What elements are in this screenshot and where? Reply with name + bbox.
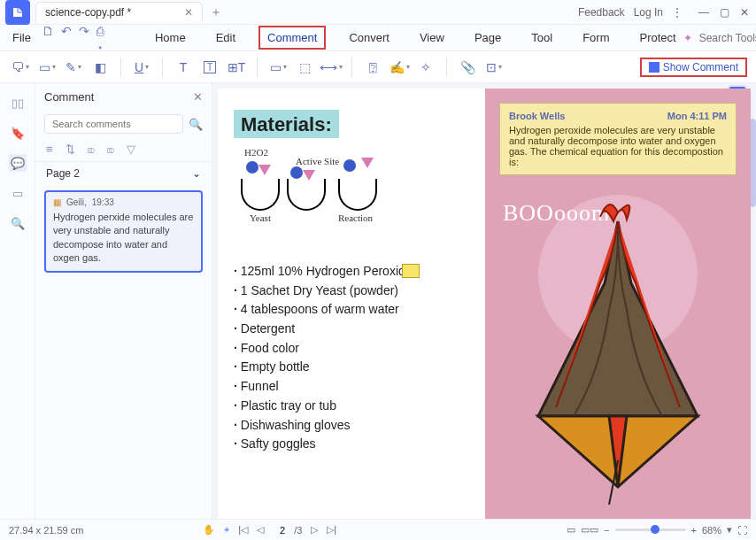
more-tool[interactable]: ⊡ bbox=[482, 56, 505, 79]
page-total: /3 bbox=[294, 525, 302, 536]
ai-icon[interactable]: ✦ bbox=[683, 32, 692, 44]
note-tool[interactable]: 🗨 bbox=[9, 56, 32, 79]
sort-icon[interactable]: ⇅ bbox=[66, 143, 75, 156]
minimize-icon[interactable]: — bbox=[698, 6, 709, 19]
underline-tool[interactable]: U bbox=[130, 56, 153, 79]
undo-icon[interactable]: ↶ bbox=[61, 24, 72, 52]
sticky-note-marker[interactable] bbox=[402, 264, 420, 278]
h2o2-label: H2O2 bbox=[244, 147, 268, 158]
select-tool-icon[interactable]: ⌖ bbox=[224, 524, 229, 536]
next-page-icon[interactable]: ▷ bbox=[311, 524, 318, 536]
show-comment-toggle[interactable]: Show Comment bbox=[640, 58, 747, 77]
first-page-icon[interactable]: |◁ bbox=[238, 524, 248, 536]
document-viewport[interactable]: W Materials: H2O2 Yeast Active Site bbox=[212, 83, 756, 519]
status-bar: 27.94 x 21.59 cm ✋ ⌖ |◁ ◁ /3 ▷ ▷| ▭ ▭▭ −… bbox=[0, 519, 756, 540]
fullscreen-icon[interactable]: ⛶ bbox=[737, 525, 747, 536]
chevron-down-icon[interactable]: ▾ bbox=[727, 524, 732, 536]
zoom-in-icon[interactable]: + bbox=[691, 525, 697, 536]
sticky-text: Hydrogen peroxide molecules are very uns… bbox=[509, 125, 727, 167]
hand-tool-icon[interactable]: ✋ bbox=[203, 524, 215, 536]
bookmark-icon[interactable]: 🔖 bbox=[9, 124, 27, 142]
reaction-diagram: H2O2 Yeast Active Site Reaction bbox=[234, 150, 469, 230]
maximize-icon[interactable]: ▢ bbox=[720, 6, 729, 19]
close-window-icon[interactable]: ✕ bbox=[740, 6, 749, 19]
view-mode-1-icon[interactable]: ▭ bbox=[567, 524, 575, 536]
zoom-level[interactable]: 68% bbox=[702, 525, 721, 536]
shape-tool[interactable]: ▭ bbox=[266, 56, 289, 79]
funnel-icon[interactable]: ▽ bbox=[127, 143, 135, 156]
eraser-tool[interactable]: ◧ bbox=[89, 56, 112, 79]
text-tool[interactable]: T bbox=[172, 56, 195, 79]
tab-view[interactable]: View bbox=[413, 27, 451, 48]
text-box-tool[interactable]: ⊞T bbox=[225, 56, 248, 79]
filter2-icon[interactable]: ⎄ bbox=[107, 143, 114, 156]
thumbnails-icon[interactable]: ▯▯ bbox=[9, 94, 27, 112]
close-tab-icon[interactable]: ✕ bbox=[184, 6, 193, 19]
file-menu[interactable]: File bbox=[5, 27, 38, 48]
text-callout-tool[interactable]: 🅃 bbox=[198, 56, 221, 79]
material-item: Empty bottle bbox=[234, 358, 469, 377]
page-group-header[interactable]: Page 2 ⌄ bbox=[35, 161, 212, 185]
custom-stamp-tool[interactable]: ✧ bbox=[414, 56, 437, 79]
comment-panel-icon[interactable]: 💬 bbox=[9, 154, 27, 172]
tab-comment[interactable]: Comment bbox=[258, 26, 326, 50]
circle-icon bbox=[246, 161, 258, 174]
search-panel-icon[interactable]: 🔍 bbox=[9, 214, 27, 232]
tab-convert[interactable]: Convert bbox=[342, 27, 397, 48]
filter1-icon[interactable]: ⎄ bbox=[88, 143, 95, 156]
view-mode-2-icon[interactable]: ▭▭ bbox=[581, 524, 598, 536]
redo-icon[interactable]: ↷ bbox=[79, 24, 89, 52]
comment-item[interactable]: ▦ Geili, 19:33 Hydrogen perxide molecule… bbox=[44, 190, 203, 273]
material-item: Detergent bbox=[234, 320, 469, 339]
material-item: Dishwashing gloves bbox=[234, 416, 469, 436]
save-icon[interactable]: 🗋 bbox=[42, 24, 54, 52]
comment-time: 19:33 bbox=[92, 197, 114, 207]
close-panel-icon[interactable]: ✕ bbox=[193, 90, 203, 104]
signature-tool[interactable]: ✍ bbox=[388, 56, 411, 79]
expand-icon[interactable]: ≡ bbox=[46, 143, 53, 156]
attachment-panel-icon[interactable]: ▭ bbox=[9, 184, 27, 202]
kebab-icon[interactable]: ⋮ bbox=[672, 6, 683, 19]
menu-bar: File 🗋 ↶ ↷ ⎙ ▾ Home Edit Comment Convert… bbox=[0, 25, 756, 51]
callout-tool[interactable]: ⬚ bbox=[293, 56, 316, 79]
title-bar: science-copy.pdf * ✕ ＋ Feedback Log In ⋮… bbox=[0, 0, 756, 25]
comment-panel-title: Comment bbox=[44, 90, 94, 104]
pencil-tool[interactable]: ✎ bbox=[62, 56, 85, 79]
new-tab-button[interactable]: ＋ bbox=[210, 4, 222, 20]
tab-title: science-copy.pdf * bbox=[45, 6, 131, 19]
print-icon[interactable]: ⎙ ▾ bbox=[96, 24, 104, 52]
yeast-cup-icon bbox=[241, 179, 280, 211]
stamp-tool[interactable]: ⍰ bbox=[361, 56, 384, 79]
page-number-input[interactable] bbox=[273, 525, 285, 536]
comment-author: Geili, bbox=[66, 197, 87, 207]
search-icon[interactable]: 🔍 bbox=[189, 118, 203, 131]
zoom-thumb[interactable] bbox=[651, 525, 660, 534]
tab-page[interactable]: Page bbox=[467, 27, 508, 48]
prev-page-icon[interactable]: ◁ bbox=[257, 524, 264, 536]
feedback-link[interactable]: Feedback bbox=[578, 6, 625, 19]
login-link[interactable]: Log In bbox=[634, 6, 663, 19]
attachment-tool[interactable]: 📎 bbox=[456, 56, 479, 79]
tab-edit[interactable]: Edit bbox=[209, 27, 243, 48]
show-comment-label: Show Comment bbox=[663, 61, 738, 73]
search-comments-input[interactable] bbox=[44, 114, 183, 134]
page-left-column: Materials: H2O2 Yeast Active Site bbox=[218, 89, 485, 519]
page-label: Page 2 bbox=[46, 167, 80, 180]
sticky-note-popup[interactable]: Brook Wells Mon 4:11 PM Hydrogen peroxid… bbox=[499, 103, 737, 175]
highlight-tool[interactable]: ▭ bbox=[35, 56, 58, 79]
ribbon-tabs: Home Edit Comment Convert View Page Tool… bbox=[148, 26, 683, 50]
tab-tool[interactable]: Tool bbox=[524, 27, 559, 48]
chevron-down-icon: ⌄ bbox=[192, 167, 201, 180]
comment-panel: Comment ✕ 🔍 ≡ ⇅ ⎄ ⎄ ▽ Page 2 ⌄ ▦ bbox=[35, 83, 212, 519]
zoom-out-icon[interactable]: − bbox=[604, 525, 609, 536]
tab-home[interactable]: Home bbox=[148, 27, 193, 48]
document-tab[interactable]: science-copy.pdf * ✕ bbox=[35, 2, 203, 22]
last-page-icon[interactable]: ▷| bbox=[327, 524, 336, 536]
activesite-label: Active Site bbox=[296, 156, 339, 166]
tab-protect[interactable]: Protect bbox=[632, 27, 683, 48]
search-tools-input[interactable] bbox=[699, 32, 756, 44]
tab-form[interactable]: Form bbox=[575, 27, 616, 48]
left-sidebar: ▯▯ 🔖 💬 ▭ 🔍 bbox=[0, 83, 35, 519]
zoom-slider[interactable] bbox=[615, 528, 686, 531]
measure-tool[interactable]: ⟷ bbox=[320, 56, 343, 79]
